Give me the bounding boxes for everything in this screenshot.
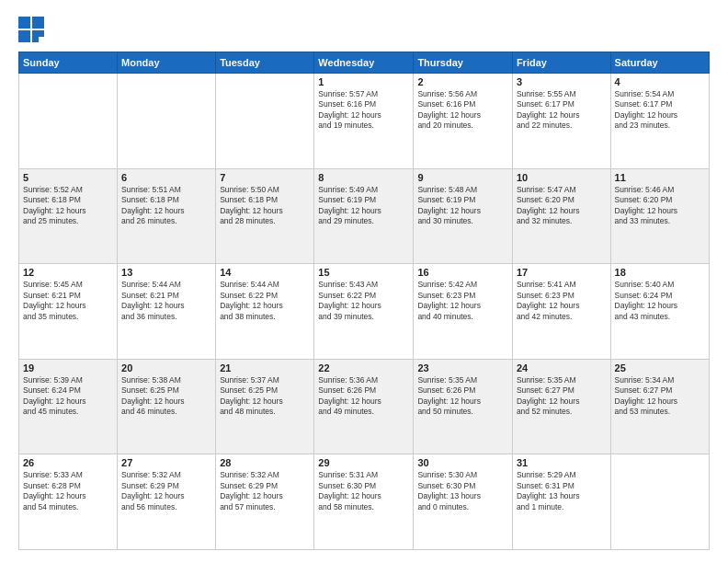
day-info: Sunrise: 5:36 AM Sunset: 6:26 PM Dayligh…	[318, 375, 409, 418]
calendar-cell: 6Sunrise: 5:51 AM Sunset: 6:18 PM Daylig…	[118, 168, 216, 264]
page: SundayMondayTuesdayWednesdayThursdayFrid…	[0, 0, 728, 563]
day-number: 19	[23, 362, 113, 373]
svg-rect-0	[18, 17, 30, 29]
calendar-cell: 2Sunrise: 5:56 AM Sunset: 6:16 PM Daylig…	[414, 74, 513, 169]
day-number: 5	[23, 172, 113, 183]
day-info: Sunrise: 5:51 AM Sunset: 6:18 PM Dayligh…	[121, 185, 211, 227]
day-info: Sunrise: 5:44 AM Sunset: 6:22 PM Dayligh…	[220, 280, 310, 322]
calendar-cell: 11Sunrise: 5:46 AM Sunset: 6:20 PM Dayli…	[610, 168, 709, 264]
day-info: Sunrise: 5:38 AM Sunset: 6:25 PM Dayligh…	[121, 375, 211, 418]
day-info: Sunrise: 5:32 AM Sunset: 6:29 PM Dayligh…	[121, 470, 211, 512]
day-number: 24	[517, 362, 607, 373]
calendar-cell: 17Sunrise: 5:41 AM Sunset: 6:23 PM Dayli…	[512, 264, 610, 360]
calendar-cell	[118, 74, 216, 169]
logo	[18, 17, 48, 42]
calendar-cell: 28Sunrise: 5:32 AM Sunset: 6:29 PM Dayli…	[216, 454, 314, 550]
calendar-cell: 12Sunrise: 5:45 AM Sunset: 6:21 PM Dayli…	[19, 264, 118, 360]
calendar-cell: 16Sunrise: 5:42 AM Sunset: 6:23 PM Dayli…	[414, 264, 513, 360]
day-info: Sunrise: 5:44 AM Sunset: 6:21 PM Dayligh…	[121, 280, 211, 322]
calendar-cell: 21Sunrise: 5:37 AM Sunset: 6:25 PM Dayli…	[216, 359, 314, 454]
day-number: 16	[417, 267, 508, 278]
day-info: Sunrise: 5:37 AM Sunset: 6:25 PM Dayligh…	[220, 375, 310, 418]
day-info: Sunrise: 5:48 AM Sunset: 6:19 PM Dayligh…	[417, 185, 508, 227]
weekday-header-tuesday: Tuesday	[216, 52, 314, 74]
day-info: Sunrise: 5:34 AM Sunset: 6:27 PM Dayligh…	[615, 375, 705, 418]
calendar-cell: 9Sunrise: 5:48 AM Sunset: 6:19 PM Daylig…	[414, 168, 513, 264]
day-info: Sunrise: 5:55 AM Sunset: 6:17 PM Dayligh…	[517, 89, 607, 132]
day-info: Sunrise: 5:57 AM Sunset: 6:16 PM Dayligh…	[318, 89, 409, 132]
day-number: 11	[615, 172, 705, 183]
day-info: Sunrise: 5:49 AM Sunset: 6:19 PM Dayligh…	[318, 185, 409, 227]
day-info: Sunrise: 5:40 AM Sunset: 6:24 PM Dayligh…	[615, 280, 705, 322]
day-info: Sunrise: 5:39 AM Sunset: 6:24 PM Dayligh…	[23, 375, 113, 418]
day-number: 10	[517, 172, 607, 183]
day-info: Sunrise: 5:50 AM Sunset: 6:18 PM Dayligh…	[220, 185, 310, 227]
calendar-cell: 5Sunrise: 5:52 AM Sunset: 6:18 PM Daylig…	[19, 168, 118, 264]
calendar-week-row: 1Sunrise: 5:57 AM Sunset: 6:16 PM Daylig…	[19, 74, 710, 169]
day-info: Sunrise: 5:54 AM Sunset: 6:17 PM Dayligh…	[615, 89, 705, 132]
calendar-cell: 22Sunrise: 5:36 AM Sunset: 6:26 PM Dayli…	[314, 359, 414, 454]
day-number: 25	[615, 362, 705, 373]
svg-rect-2	[18, 30, 30, 42]
calendar-cell: 29Sunrise: 5:31 AM Sunset: 6:30 PM Dayli…	[314, 454, 414, 550]
calendar-cell: 1Sunrise: 5:57 AM Sunset: 6:16 PM Daylig…	[314, 74, 414, 169]
calendar-cell	[610, 454, 709, 550]
day-number: 7	[220, 172, 310, 183]
calendar-cell: 20Sunrise: 5:38 AM Sunset: 6:25 PM Dayli…	[118, 359, 216, 454]
calendar-week-row: 5Sunrise: 5:52 AM Sunset: 6:18 PM Daylig…	[19, 168, 710, 264]
day-number: 29	[318, 457, 409, 468]
day-info: Sunrise: 5:42 AM Sunset: 6:23 PM Dayligh…	[417, 280, 508, 322]
day-info: Sunrise: 5:33 AM Sunset: 6:28 PM Dayligh…	[23, 470, 113, 512]
svg-rect-1	[32, 17, 44, 29]
calendar-cell: 13Sunrise: 5:44 AM Sunset: 6:21 PM Dayli…	[118, 264, 216, 360]
calendar-cell: 10Sunrise: 5:47 AM Sunset: 6:20 PM Dayli…	[512, 168, 610, 264]
day-number: 9	[417, 172, 508, 183]
day-info: Sunrise: 5:29 AM Sunset: 6:31 PM Dayligh…	[517, 470, 607, 512]
day-number: 28	[220, 457, 310, 468]
calendar-cell: 27Sunrise: 5:32 AM Sunset: 6:29 PM Dayli…	[118, 454, 216, 550]
calendar-cell	[19, 74, 118, 169]
day-number: 4	[615, 76, 705, 87]
day-info: Sunrise: 5:45 AM Sunset: 6:21 PM Dayligh…	[23, 280, 113, 322]
calendar-cell: 23Sunrise: 5:35 AM Sunset: 6:26 PM Dayli…	[414, 359, 513, 454]
day-number: 18	[615, 267, 705, 278]
day-info: Sunrise: 5:41 AM Sunset: 6:23 PM Dayligh…	[517, 280, 607, 322]
logo-icon	[18, 17, 44, 42]
day-number: 1	[318, 76, 409, 87]
calendar-cell: 14Sunrise: 5:44 AM Sunset: 6:22 PM Dayli…	[216, 264, 314, 360]
day-info: Sunrise: 5:30 AM Sunset: 6:30 PM Dayligh…	[417, 470, 508, 512]
weekday-header-wednesday: Wednesday	[314, 52, 414, 74]
day-number: 27	[121, 457, 211, 468]
day-info: Sunrise: 5:47 AM Sunset: 6:20 PM Dayligh…	[517, 185, 607, 227]
calendar-cell: 31Sunrise: 5:29 AM Sunset: 6:31 PM Dayli…	[512, 454, 610, 550]
day-number: 8	[318, 172, 409, 183]
calendar-cell: 8Sunrise: 5:49 AM Sunset: 6:19 PM Daylig…	[314, 168, 414, 264]
calendar-week-row: 19Sunrise: 5:39 AM Sunset: 6:24 PM Dayli…	[19, 359, 710, 454]
calendar-cell	[216, 74, 314, 169]
day-info: Sunrise: 5:31 AM Sunset: 6:30 PM Dayligh…	[318, 470, 409, 512]
day-number: 21	[220, 362, 310, 373]
day-number: 31	[517, 457, 607, 468]
calendar-week-row: 12Sunrise: 5:45 AM Sunset: 6:21 PM Dayli…	[19, 264, 710, 360]
weekday-header-sunday: Sunday	[19, 52, 118, 74]
weekday-header-monday: Monday	[118, 52, 216, 74]
weekday-header-thursday: Thursday	[414, 52, 513, 74]
day-info: Sunrise: 5:43 AM Sunset: 6:22 PM Dayligh…	[318, 280, 409, 322]
day-info: Sunrise: 5:32 AM Sunset: 6:29 PM Dayligh…	[220, 470, 310, 512]
day-info: Sunrise: 5:35 AM Sunset: 6:27 PM Dayligh…	[517, 375, 607, 418]
day-number: 6	[121, 172, 211, 183]
calendar-cell: 3Sunrise: 5:55 AM Sunset: 6:17 PM Daylig…	[512, 74, 610, 169]
day-number: 13	[121, 267, 211, 278]
header	[18, 17, 710, 42]
day-number: 14	[220, 267, 310, 278]
calendar-table: SundayMondayTuesdayWednesdayThursdayFrid…	[18, 52, 710, 550]
day-number: 15	[318, 267, 409, 278]
day-number: 23	[417, 362, 508, 373]
calendar-cell: 4Sunrise: 5:54 AM Sunset: 6:17 PM Daylig…	[610, 74, 709, 169]
weekday-header-saturday: Saturday	[610, 52, 709, 74]
weekday-header-row: SundayMondayTuesdayWednesdayThursdayFrid…	[19, 52, 710, 74]
day-info: Sunrise: 5:35 AM Sunset: 6:26 PM Dayligh…	[417, 375, 508, 418]
day-info: Sunrise: 5:56 AM Sunset: 6:16 PM Dayligh…	[417, 89, 508, 132]
day-number: 22	[318, 362, 409, 373]
calendar-cell: 24Sunrise: 5:35 AM Sunset: 6:27 PM Dayli…	[512, 359, 610, 454]
